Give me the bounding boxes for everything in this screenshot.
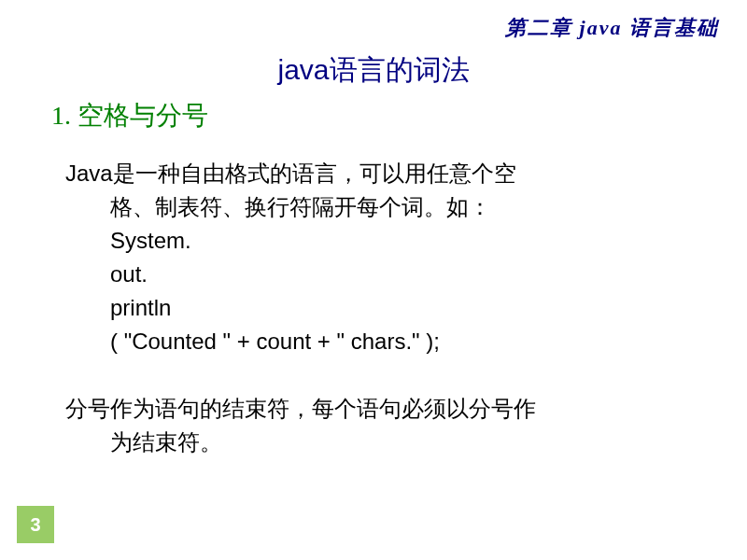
- para1-line2: 格、制表符、换行符隔开每个词。如：: [65, 190, 700, 224]
- code-line-4: ( "Counted " + count + " chars." );: [65, 325, 700, 358]
- content-area: Java是一种自由格式的语言，可以用任意个空 格、制表符、换行符隔开每个词。如：…: [65, 157, 700, 459]
- paragraph-1: Java是一种自由格式的语言，可以用任意个空 格、制表符、换行符隔开每个词。如：…: [65, 157, 700, 358]
- code-line-3: println: [65, 291, 700, 325]
- code-line-2: out.: [65, 258, 700, 291]
- para2-line1: 分号作为语句的结束符，每个语句必须以分号作: [65, 392, 700, 426]
- slide-title: java语言的词法: [277, 51, 469, 90]
- chapter-header: 第二章 java 语言基础: [505, 14, 719, 42]
- code-line-1: System.: [65, 224, 700, 258]
- page-number: 3: [17, 506, 54, 543]
- section-heading: 1. 空格与分号: [51, 98, 208, 133]
- para1-line1: Java是一种自由格式的语言，可以用任意个空: [65, 157, 700, 190]
- paragraph-2: 分号作为语句的结束符，每个语句必须以分号作 为结束符。: [65, 392, 700, 459]
- para2-line2: 为结束符。: [65, 426, 700, 459]
